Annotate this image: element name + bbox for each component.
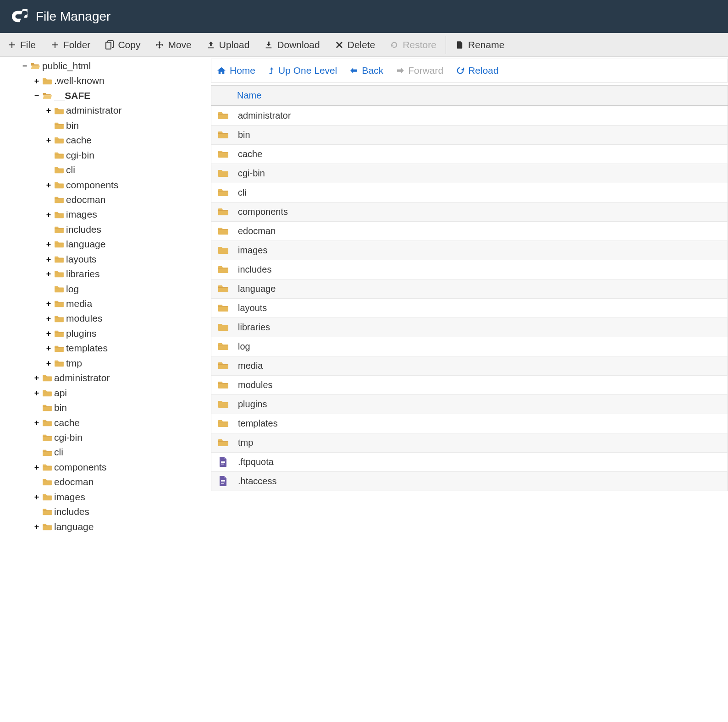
tree-node[interactable]: + log xyxy=(45,282,211,296)
tree-node[interactable]: + cli xyxy=(33,445,211,459)
table-row[interactable]: layouts xyxy=(211,298,728,317)
download-button[interactable]: Download xyxy=(257,33,327,56)
collapse-icon[interactable]: − xyxy=(33,92,40,99)
tree-node-safe[interactable]: − __SAFE xyxy=(33,88,211,103)
tree-node[interactable]: + layouts xyxy=(45,252,211,267)
tree-node[interactable]: + images xyxy=(33,490,211,504)
expand-icon[interactable]: + xyxy=(33,77,40,85)
table-row[interactable]: administrator xyxy=(211,106,728,125)
tree-node[interactable]: + language xyxy=(45,237,211,252)
tree-node[interactable]: + edocman xyxy=(33,475,211,489)
table-row[interactable]: media xyxy=(211,356,728,375)
table-row[interactable]: log xyxy=(211,337,728,356)
tree-node[interactable]: + cache xyxy=(33,416,211,430)
tree-node[interactable]: + components xyxy=(33,460,211,475)
expand-icon[interactable]: + xyxy=(45,211,52,219)
file-name: log xyxy=(238,341,250,352)
expand-icon[interactable]: + xyxy=(45,137,52,144)
tree-node[interactable]: + libraries xyxy=(45,267,211,281)
expand-icon[interactable]: + xyxy=(45,360,52,367)
tree-node[interactable]: + bin xyxy=(45,118,211,133)
rename-label: Rename xyxy=(468,39,504,50)
app-title: File Manager xyxy=(36,9,110,24)
file-name: .ftpquota xyxy=(238,457,274,467)
tree-node[interactable]: + language xyxy=(33,520,211,534)
expand-icon[interactable]: + xyxy=(45,300,52,307)
tree-node[interactable]: + media xyxy=(45,296,211,311)
table-row[interactable]: modules xyxy=(211,375,728,394)
tree-node[interactable]: + includes xyxy=(45,222,211,237)
table-row[interactable]: components xyxy=(211,202,728,221)
expand-icon[interactable]: + xyxy=(45,315,52,323)
tree-label: __SAFE xyxy=(54,89,90,103)
table-row[interactable]: libraries xyxy=(211,317,728,337)
expand-icon[interactable]: + xyxy=(33,389,40,397)
nav-reload-button[interactable]: Reload xyxy=(456,65,499,76)
new-file-label: File xyxy=(20,39,36,50)
tree-node[interactable]: + plugins xyxy=(45,326,211,341)
expand-icon[interactable]: + xyxy=(33,523,40,531)
table-row[interactable]: .htaccess xyxy=(211,471,728,491)
copy-button[interactable]: Copy xyxy=(98,33,148,56)
table-row[interactable]: bin xyxy=(211,125,728,144)
tree-node[interactable]: + cli xyxy=(45,163,211,177)
tree-label: images xyxy=(66,208,97,221)
expand-icon[interactable]: + xyxy=(45,270,52,278)
tree-node[interactable]: + api xyxy=(33,386,211,400)
table-row[interactable]: includes xyxy=(211,260,728,279)
table-row[interactable]: cache xyxy=(211,144,728,164)
tree-node[interactable]: + edocman xyxy=(45,192,211,207)
tree-node[interactable]: + templates xyxy=(45,341,211,356)
expand-icon[interactable]: + xyxy=(33,464,40,471)
folder-icon xyxy=(217,111,230,120)
expand-icon[interactable]: + xyxy=(33,374,40,382)
table-row[interactable]: language xyxy=(211,279,728,298)
tree-node[interactable]: + cache xyxy=(45,133,211,148)
upload-button[interactable]: Upload xyxy=(199,33,257,56)
tree-node[interactable]: + administrator xyxy=(33,371,211,385)
tree-node[interactable]: + cgi-bin xyxy=(33,430,211,445)
expand-icon[interactable]: + xyxy=(45,330,52,337)
tree-node[interactable]: + modules xyxy=(45,311,211,326)
nav-home-button[interactable]: Home xyxy=(217,65,255,76)
restore-button[interactable]: Restore xyxy=(382,33,444,56)
table-row[interactable]: .ftpquota xyxy=(211,452,728,471)
expand-icon[interactable]: + xyxy=(45,256,52,263)
tree-node-public-html[interactable]: − public_html xyxy=(21,59,211,73)
expand-icon[interactable]: + xyxy=(45,107,52,115)
tree-node[interactable]: + images xyxy=(45,207,211,222)
new-folder-button[interactable]: Folder xyxy=(43,33,98,56)
nav-forward-button[interactable]: Forward xyxy=(396,65,443,76)
expand-icon[interactable]: + xyxy=(33,493,40,501)
tree-node[interactable]: + tmp xyxy=(45,356,211,371)
nav-back-button[interactable]: Back xyxy=(350,65,383,76)
folder-icon xyxy=(217,265,230,274)
tree-node[interactable]: + administrator xyxy=(45,103,211,118)
column-header-name[interactable]: Name xyxy=(211,86,728,106)
table-row[interactable]: cli xyxy=(211,183,728,202)
expand-icon[interactable]: + xyxy=(45,241,52,248)
expand-icon[interactable]: + xyxy=(45,181,52,189)
collapse-icon[interactable]: − xyxy=(21,62,28,70)
table-row[interactable]: tmp xyxy=(211,433,728,452)
rename-button[interactable]: Rename xyxy=(448,33,512,56)
delete-button[interactable]: Delete xyxy=(327,33,383,56)
tree-node[interactable]: + includes xyxy=(33,504,211,519)
nav-up-button[interactable]: Up One Level xyxy=(268,65,337,76)
new-file-button[interactable]: File xyxy=(0,33,43,56)
tree-node[interactable]: + bin xyxy=(33,400,211,415)
table-row[interactable]: cgi-bin xyxy=(211,164,728,183)
expand-icon[interactable]: + xyxy=(33,419,40,427)
tree-node[interactable]: + cgi-bin xyxy=(45,148,211,163)
tree-node-well-known[interactable]: + .well-known xyxy=(33,73,211,88)
folder-icon xyxy=(217,303,230,312)
table-row[interactable]: images xyxy=(211,241,728,260)
table-row[interactable]: plugins xyxy=(211,394,728,414)
tree-node[interactable]: + components xyxy=(45,178,211,192)
tree-label: log xyxy=(66,282,79,296)
expand-icon[interactable]: + xyxy=(45,345,52,352)
move-button[interactable]: Move xyxy=(148,33,199,56)
table-row[interactable]: edocman xyxy=(211,221,728,241)
table-row[interactable]: templates xyxy=(211,414,728,433)
tree-label: api xyxy=(54,386,67,400)
